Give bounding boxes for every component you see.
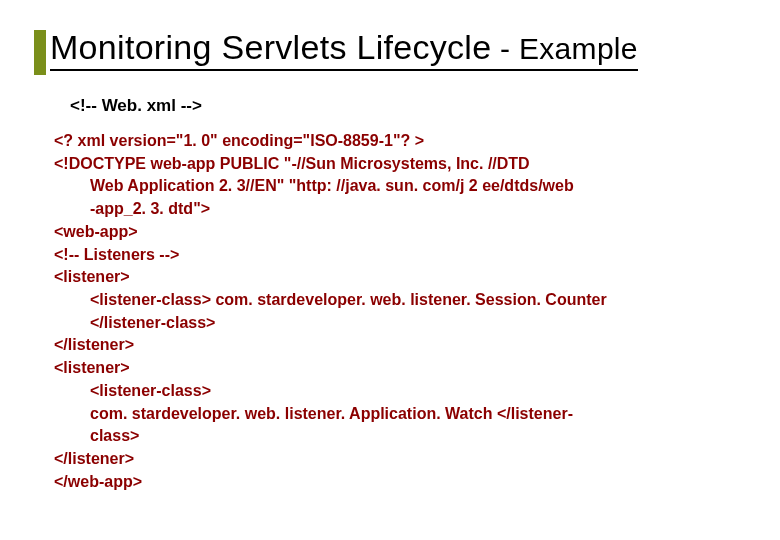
code-line: </web-app> bbox=[54, 471, 744, 494]
code-line: </listener> bbox=[54, 334, 744, 357]
title-suffix: - Example bbox=[491, 32, 637, 65]
code-line: <web-app> bbox=[54, 221, 744, 244]
code-line: <!DOCTYPE web-app PUBLIC "-//Sun Microsy… bbox=[54, 153, 744, 176]
code-line: Web Application 2. 3//EN" "http: //java.… bbox=[54, 175, 744, 198]
code-line: <listener-class> bbox=[54, 380, 744, 403]
code-line: </listener-class> bbox=[54, 312, 744, 335]
code-line: <!-- Listeners --> bbox=[54, 244, 744, 267]
code-line: -app_2. 3. dtd"> bbox=[54, 198, 744, 221]
code-block: <? xml version="1. 0" encoding="ISO-8859… bbox=[54, 130, 744, 494]
page-title: Monitoring Servlets Lifecycle - Example bbox=[50, 28, 638, 71]
code-line: class> bbox=[54, 425, 744, 448]
code-line: com. stardeveloper. web. listener. Appli… bbox=[54, 403, 744, 426]
code-line: </listener> bbox=[54, 448, 744, 471]
code-line: <listener> bbox=[54, 357, 744, 380]
accent-bar bbox=[34, 30, 46, 75]
title-main: Monitoring Servlets Lifecycle bbox=[50, 28, 491, 66]
code-line: <? xml version="1. 0" encoding="ISO-8859… bbox=[54, 130, 744, 153]
code-line: <listener> bbox=[54, 266, 744, 289]
xml-comment: <!-- Web. xml --> bbox=[70, 96, 202, 116]
code-line: <listener-class> com. stardeveloper. web… bbox=[54, 289, 744, 312]
